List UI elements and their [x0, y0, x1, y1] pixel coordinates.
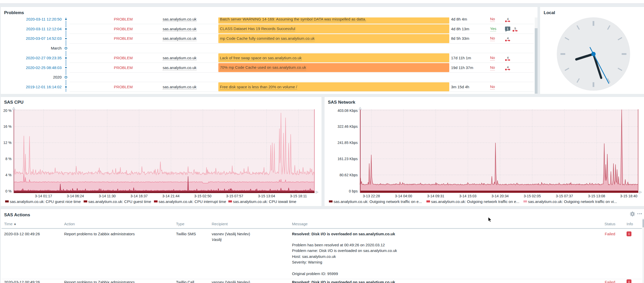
svg-text:4: 4 [507, 37, 509, 40]
svg-text:4: 4 [507, 17, 509, 20]
svg-text:4: 4 [507, 66, 509, 69]
svg-text:1: 1 [507, 27, 509, 30]
svg-text:5: 5 [514, 27, 516, 30]
svg-text:4: 4 [507, 56, 509, 59]
